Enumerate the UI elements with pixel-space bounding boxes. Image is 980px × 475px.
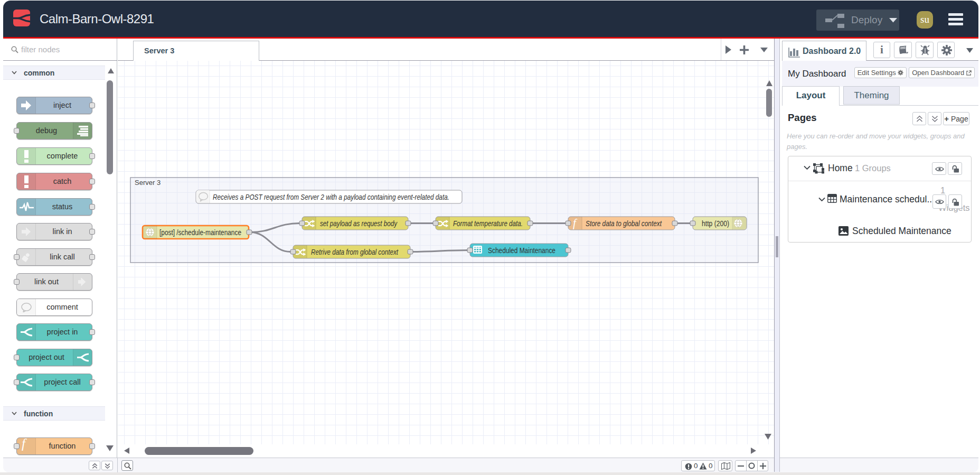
svg-text:set payload as request body: set payload as request body <box>320 219 398 228</box>
svg-text:Scheduled Maintenance: Scheduled Maintenance <box>488 246 555 255</box>
svg-text:Retrive data from global conte: Retrive data from global context <box>311 248 399 256</box>
svg-text:Store data to global context: Store data to global context <box>586 219 662 228</box>
svg-text:Server 3: Server 3 <box>135 179 161 187</box>
svg-text:http (200): http (200) <box>702 219 729 228</box>
svg-text:Format temperature data.: Format temperature data. <box>453 219 523 228</box>
svg-text:Receives a POST request from S: Receives a POST request from Server 2 wi… <box>213 193 449 201</box>
svg-text:[post] /schedule-maintenance: [post] /schedule-maintenance <box>159 228 241 237</box>
